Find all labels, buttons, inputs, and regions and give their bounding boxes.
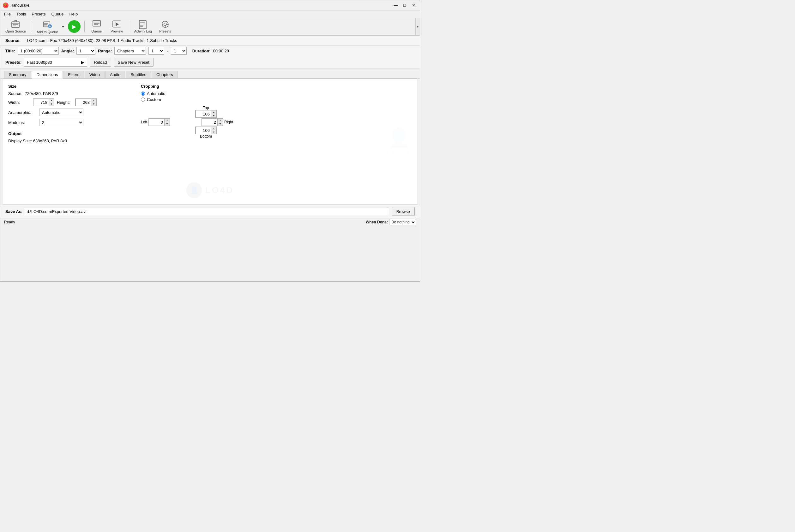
tab-filters[interactable]: Filters	[64, 71, 84, 78]
anamorphic-row: Anamorphic: Automatic None Loose Custom	[8, 109, 128, 116]
crop-bottom-input[interactable]	[196, 127, 211, 134]
crop-custom-item[interactable]: Custom	[141, 97, 412, 102]
save-path-input[interactable]	[25, 208, 389, 215]
preview-label: Preview	[111, 29, 123, 33]
crop-top-dec[interactable]: ▼	[211, 114, 216, 117]
add-to-queue-label: Add to Queue	[37, 30, 58, 34]
chapter-range-dash: -	[167, 49, 168, 53]
tab-subtitles[interactable]: Subtitles	[126, 71, 151, 78]
dimensions-layout: Size Source: 720x480, PAR 8/9 Width: ▲ ▼…	[8, 84, 412, 143]
crop-auto-radio[interactable]	[141, 92, 145, 96]
watermark-bottom: 👤 LO4D	[186, 183, 234, 198]
height-input[interactable]	[75, 98, 91, 106]
crop-top-label: Top	[203, 106, 209, 110]
svg-rect-2	[13, 24, 18, 25]
status-text: Ready	[4, 220, 15, 224]
add-to-queue-dropdown[interactable]: ▾	[61, 19, 66, 34]
modulus-row: Modulus: 2 4 8 16	[8, 119, 128, 126]
toolbar-scroll[interactable]: ▼	[415, 18, 420, 35]
svg-rect-7	[44, 25, 47, 26]
status-bar: Ready When Done: Do nothing	[0, 218, 420, 226]
app-title: HandBrake	[11, 3, 392, 7]
toolbar-sep-1	[31, 21, 31, 32]
reload-button[interactable]: Reload	[90, 58, 111, 66]
range-label: Range:	[98, 49, 112, 53]
tab-summary[interactable]: Summary	[4, 71, 31, 78]
crop-bottom-label: Bottom	[200, 134, 212, 138]
start-encode-button[interactable]: ▶	[68, 20, 80, 33]
activity-log-button[interactable]: Activity Log	[132, 19, 155, 34]
crop-left-input[interactable]	[149, 118, 165, 126]
crop-right-area: ▲ ▼ Right	[201, 118, 233, 126]
output-title: Output	[8, 131, 128, 136]
svg-rect-12	[94, 24, 98, 25]
tab-chapters[interactable]: Chapters	[151, 71, 178, 78]
crop-right-dec[interactable]: ▼	[218, 122, 223, 126]
svg-rect-6	[44, 24, 48, 25]
when-done-select[interactable]: Do nothing	[389, 219, 416, 225]
add-queue-icon	[43, 20, 52, 29]
crop-top-inc[interactable]: ▲	[211, 111, 216, 114]
crop-right-input[interactable]	[202, 118, 218, 126]
crop-bottom-dec[interactable]: ▼	[211, 130, 216, 134]
toolbar: Open Source Add to Queue ▾ ▶	[0, 18, 420, 36]
chapter-end-select[interactable]: 1	[171, 47, 187, 55]
modulus-select[interactable]: 2 4 8 16	[39, 119, 84, 126]
output-section: Output Display Size: 638x268, PAR 8x9	[8, 131, 128, 143]
preset-current-button[interactable]: Fast 1080p30 ▶	[24, 58, 87, 66]
browse-button[interactable]: Browse	[392, 207, 415, 216]
open-source-button[interactable]: Open Source	[3, 19, 29, 34]
maximize-button[interactable]: □	[401, 2, 409, 8]
title-area: Title: 1 (00:00:20) Angle: 1 Range: Chap…	[0, 46, 420, 56]
tab-audio[interactable]: Audio	[105, 71, 125, 78]
source-row: Source: 720x480, PAR 8/9	[8, 91, 128, 96]
width-increment[interactable]: ▲	[49, 99, 54, 102]
crop-bottom-inc[interactable]: ▲	[211, 127, 216, 130]
tab-dimensions[interactable]: Dimensions	[32, 71, 63, 79]
tab-video[interactable]: Video	[85, 71, 105, 78]
svg-rect-11	[94, 23, 100, 24]
svg-rect-10	[93, 22, 101, 22]
crop-left-dec[interactable]: ▼	[165, 122, 169, 126]
preview-button[interactable]: Preview	[107, 19, 126, 34]
crop-left-spinbox: ▲ ▼	[148, 118, 170, 126]
width-spinbox: ▲ ▼	[33, 98, 54, 106]
crop-top-input[interactable]	[196, 110, 211, 118]
cropping-title: Cropping	[141, 84, 412, 89]
width-spinbox-btns: ▲ ▼	[49, 99, 54, 106]
range-select[interactable]: Chapters	[114, 47, 146, 55]
menu-queue[interactable]: Queue	[49, 11, 66, 17]
crop-auto-item[interactable]: Automatic	[141, 91, 412, 96]
crop-custom-radio[interactable]	[141, 97, 145, 101]
source-label: Source:	[5, 38, 24, 43]
close-button[interactable]: ✕	[410, 2, 417, 8]
height-increment[interactable]: ▲	[91, 99, 96, 102]
chapter-start-select[interactable]: 1	[148, 47, 164, 55]
minimize-button[interactable]: —	[392, 2, 400, 8]
menu-file[interactable]: File	[2, 11, 13, 17]
crop-right-inc[interactable]: ▲	[218, 119, 223, 122]
svg-rect-17	[140, 24, 145, 24]
menu-tools[interactable]: Tools	[14, 11, 29, 17]
crop-bottom-btns: ▲ ▼	[211, 127, 216, 134]
svg-rect-19	[140, 26, 143, 27]
menu-presets[interactable]: Presets	[29, 11, 48, 17]
height-decrement[interactable]: ▼	[91, 102, 96, 106]
presets-button[interactable]: Presets	[156, 19, 175, 34]
menu-help[interactable]: Help	[67, 11, 80, 17]
when-done-section: When Done: Do nothing	[366, 219, 416, 225]
save-new-preset-button[interactable]: Save New Preset	[114, 58, 153, 66]
angle-label: Angle:	[61, 49, 74, 53]
crop-left-inc[interactable]: ▲	[165, 119, 169, 122]
width-decrement[interactable]: ▼	[49, 102, 54, 106]
anamorphic-select[interactable]: Automatic None Loose Custom	[39, 109, 84, 116]
title-select[interactable]: 1 (00:00:20)	[18, 47, 59, 55]
size-section: Size Source: 720x480, PAR 8/9 Width: ▲ ▼…	[8, 84, 128, 143]
angle-select[interactable]: 1	[76, 47, 95, 55]
tab-container: Summary Dimensions Filters Video Audio S…	[0, 69, 420, 79]
width-label: Width:	[8, 100, 30, 105]
preview-icon	[112, 20, 121, 29]
queue-button[interactable]: Queue	[87, 19, 106, 34]
width-input[interactable]	[33, 98, 49, 106]
add-to-queue-button[interactable]: Add to Queue	[34, 19, 61, 34]
